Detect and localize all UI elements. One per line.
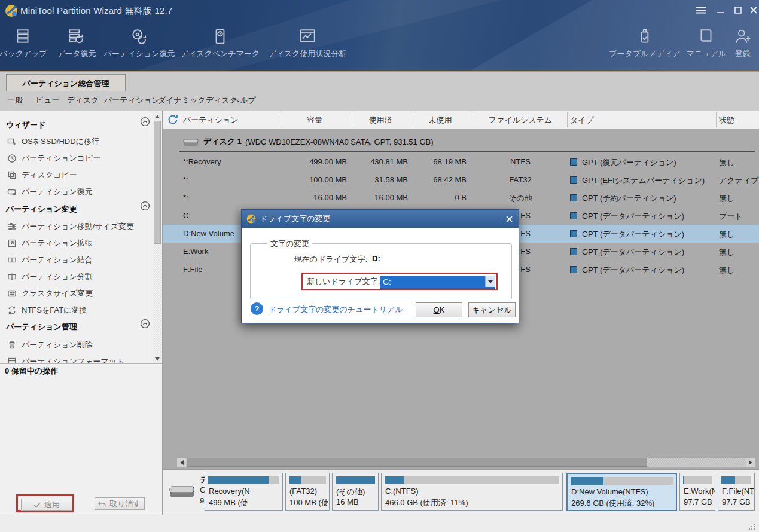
toolbar-disk-usage-button[interactable]: ディスク使用状況分析 <box>260 27 355 66</box>
scroll-down-icon[interactable] <box>153 355 161 363</box>
menu-view[interactable]: ビュー <box>33 95 62 106</box>
apply-button[interactable]: 適用 <box>21 499 72 511</box>
sidebar-item-extend[interactable]: パーティション拡張 <box>0 235 153 252</box>
column-header-used[interactable]: 使用済 <box>353 115 408 126</box>
sidebar-item-migrate-os[interactable]: OSをSSD/HDDに移行 <box>0 133 153 150</box>
column-separator <box>473 112 473 127</box>
column-header-type[interactable]: タイプ <box>570 115 594 126</box>
toolbar-manual-button[interactable]: マニュアル <box>687 27 726 66</box>
sidebar-item-cluster-size[interactable]: クラスタサイズ変更 <box>0 285 153 302</box>
sidebar-item-delete[interactable]: パーティション削除 <box>0 337 153 353</box>
menu-dynamic-disk[interactable]: ダイナミックディスク <box>156 95 240 106</box>
scrollbar-thumb[interactable] <box>187 458 647 467</box>
column-header-unused[interactable]: 未使用 <box>414 115 467 126</box>
diskmap-block-e[interactable]: E:Work(N 97.7 GB <box>679 473 715 511</box>
toolbar-bootable-media-button[interactable]: ブータブルメディア <box>603 27 687 66</box>
collapse-section-icon[interactable] <box>140 319 150 329</box>
ok-label-accel: O <box>434 305 440 314</box>
table-row[interactable]: *: 16.00 MB 16.00 MB 0 B その他 GPT (予約パーティ… <box>163 189 759 207</box>
cell-partition: *: <box>183 175 188 184</box>
maximize-icon[interactable] <box>731 4 745 17</box>
scroll-right-icon[interactable] <box>746 458 755 467</box>
sidebar-item-format[interactable]: パーティションフォーマット <box>0 353 153 363</box>
dialog-app-icon <box>246 214 256 224</box>
toolbar-disk-benchmark-button[interactable]: ディスクベンチマーク <box>178 27 262 66</box>
disk-icon <box>169 483 195 499</box>
usage-fill <box>571 477 603 485</box>
toolbar-partition-recovery-button[interactable]: パーティション復元 <box>100 27 178 66</box>
usage-fill <box>336 476 375 484</box>
sidebar-section-manage: パーティション管理 <box>6 319 77 335</box>
column-header-status[interactable]: 状態 <box>719 115 734 126</box>
scroll-up-icon[interactable] <box>153 112 161 121</box>
dialog-close-icon[interactable] <box>504 214 514 224</box>
cell-type: GPT (データパーティション) <box>570 211 684 222</box>
partition-type-icon <box>570 194 577 201</box>
partition-type-icon <box>570 230 577 237</box>
cancel-button[interactable]: キャンセル <box>468 302 516 317</box>
block-size: 466.0 GB (使用済: 11%) <box>385 497 468 508</box>
block-size: 16 MB <box>336 497 359 506</box>
table-row[interactable]: *:Recovery 499.00 MB 430.81 MB 68.19 MB … <box>163 153 759 171</box>
scrollbar-track[interactable] <box>154 244 161 355</box>
sidebar-item-move-resize[interactable]: パーティション移動/サイズ変更 <box>0 218 153 235</box>
table-row[interactable]: *: 100.00 MB 31.58 MB 68.42 MB FAT32 GPT… <box>163 171 759 189</box>
sidebar-item-convert-ntfs[interactable]: NTFSをFATに変換 <box>0 302 153 319</box>
menu-disk[interactable]: ディスク <box>65 95 101 106</box>
toolbar-register-button[interactable]: 登録 <box>728 27 757 66</box>
cell-status: 無し <box>719 247 734 258</box>
help-icon[interactable]: ? <box>251 302 263 315</box>
diskmap-block-fat32[interactable]: (FAT32) 100 MB (使 <box>285 473 330 511</box>
cell-partition: *:Recovery <box>183 157 221 166</box>
block-label: E:Work(N <box>684 487 715 496</box>
tab-partition-management[interactable]: パーティション総合管理 <box>6 74 126 93</box>
menu-icon[interactable] <box>694 4 708 17</box>
sidebar-scroll-area: ウィザード OSをSSD/HDDに移行 パーティションコピー ディスクコピー パ… <box>0 111 153 363</box>
tutorial-link[interactable]: ドライブ文字の変更のチュートリアル <box>269 304 403 315</box>
menu-help[interactable]: ヘルプ <box>230 95 258 106</box>
scrollbar-thumb[interactable] <box>154 121 161 244</box>
toolbar-backup-button[interactable]: バックアップ <box>2 27 45 66</box>
refresh-icon[interactable] <box>167 114 178 125</box>
change-letter-group: 文字の変更 <box>250 243 512 299</box>
backup-icon <box>14 27 32 45</box>
undo-button[interactable]: 取り消す <box>95 497 145 510</box>
diskmap-block-f[interactable]: F:File(NT 97.7 GB <box>718 473 755 511</box>
menu-bar: 一般 ビュー ディスク パーティション ダイナミックディスク ヘルプ <box>0 91 759 111</box>
block-label: D:New Volume(NTFS) <box>571 487 648 496</box>
close-icon[interactable] <box>746 4 759 17</box>
column-header-filesystem[interactable]: ファイルシステム <box>474 115 567 126</box>
ok-button[interactable]: OK <box>416 302 462 317</box>
diskmap-block-d-selected[interactable]: D:New Volume(NTFS) 269.6 GB (使用済: 32%) <box>566 473 677 511</box>
collapse-section-icon[interactable] <box>140 117 150 127</box>
usage-fill <box>683 476 684 484</box>
sidebar-item-partition-recovery[interactable]: パーティション復元 <box>0 184 153 200</box>
horizontal-scrollbar[interactable] <box>177 458 755 467</box>
chevron-down-icon[interactable] <box>485 276 495 287</box>
menu-partition[interactable]: パーティション <box>102 95 162 106</box>
minimize-icon[interactable] <box>713 4 727 17</box>
resize-grip-icon[interactable] <box>748 523 755 530</box>
column-header-partition[interactable]: パーティション <box>183 115 239 126</box>
diskmap-block-other[interactable]: (その他) 16 MB <box>332 473 379 511</box>
diskmap-block-recovery[interactable]: Recovery(N 499 MB (使 <box>205 473 283 511</box>
sidebar-item-merge[interactable]: パーティション結合 <box>0 252 153 268</box>
dialog-titlebar[interactable]: ドライブ文字の変更 <box>242 210 519 228</box>
new-letter-annotation-box: 新しいドライブ文字: G: <box>301 273 498 290</box>
cell-status: 無し <box>719 265 734 276</box>
usage-bar <box>336 476 375 484</box>
menu-general[interactable]: 一般 <box>5 95 25 106</box>
sidebar-item-copy-disk[interactable]: ディスクコピー <box>0 167 153 184</box>
diskmap-block-c[interactable]: C:(NTFS) 466.0 GB (使用済: 11%) <box>381 473 563 511</box>
sidebar-scrollbar[interactable] <box>153 112 161 363</box>
column-header-capacity[interactable]: 容量 <box>282 115 347 126</box>
sidebar-item-split[interactable]: パーティション分割 <box>0 268 153 285</box>
column-separator <box>352 112 352 127</box>
disk-group-row[interactable]: ディスク 1 (WDC WD10EZEX-08WN4A0 SATA, GPT, … <box>163 133 759 151</box>
scroll-left-icon[interactable] <box>177 458 186 467</box>
os-migrate-icon <box>7 137 17 146</box>
collapse-section-icon[interactable] <box>140 201 150 211</box>
new-drive-letter-select[interactable]: G: <box>380 276 495 289</box>
sidebar-item-copy-partition[interactable]: パーティションコピー <box>0 150 153 167</box>
toolbar-data-recovery-button[interactable]: データ復元 <box>51 27 102 66</box>
